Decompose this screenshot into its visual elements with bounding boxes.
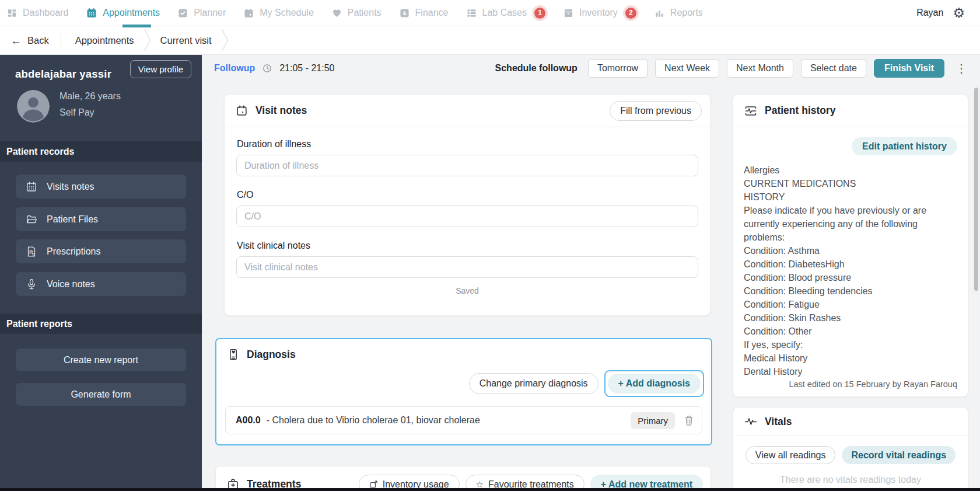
main-content: Followup 21:05 - 21:50 Schedule followup… — [202, 55, 980, 491]
sidebar-item-patient-files[interactable]: Patient Files — [16, 207, 186, 231]
calendar-icon — [26, 181, 37, 193]
nav-inventory[interactable]: Inventory 2 — [564, 8, 636, 19]
patient-reports-header: Patient reports — [0, 314, 202, 334]
svg-text:x: x — [32, 252, 34, 256]
svg-text:$: $ — [402, 10, 406, 16]
avatar — [17, 90, 50, 123]
svg-text:♥: ♥ — [232, 350, 236, 355]
view-profile-button[interactable]: View profile — [130, 60, 191, 78]
top-nav: Dashboard Appointments Planner My Schedu… — [0, 0, 980, 26]
check-square-icon — [178, 8, 188, 18]
vitals-icon — [744, 417, 757, 426]
treatments-card: Treatments Inventory usage ☆ Favourite t… — [215, 466, 711, 491]
back-arrow-icon: ← — [10, 35, 22, 46]
scrollbar-thumb[interactable] — [974, 88, 978, 291]
edit-patient-history-button[interactable]: Edit patient history — [852, 137, 957, 155]
active-tab-underline — [123, 25, 151, 27]
history-line: Allergies — [744, 163, 957, 177]
bar-chart-icon — [654, 8, 664, 18]
visit-type-link[interactable]: Followup — [214, 63, 255, 74]
nav-my-schedule[interactable]: My Schedule — [244, 8, 314, 18]
history-line: Dental History — [744, 365, 957, 378]
nav-appointments[interactable]: Appointments — [86, 8, 160, 18]
nav-label: My Schedule — [260, 8, 314, 18]
gear-icon[interactable]: ⚙ — [953, 6, 965, 20]
divider — [61, 33, 61, 48]
nav-items: Dashboard Appointments Planner My Schedu… — [7, 8, 703, 19]
sidebar-item-prescriptions[interactable]: Rx Prescriptions — [16, 239, 186, 263]
breadcrumb-appointments[interactable]: Appointments — [73, 35, 136, 46]
nav-lab-cases[interactable]: Lab Cases 1 — [467, 8, 546, 19]
nav-patients[interactable]: Patients — [332, 8, 382, 18]
user-menu[interactable]: Rayan — [916, 8, 943, 18]
create-new-report-button[interactable]: Create new report — [16, 349, 186, 371]
nav-dashboard[interactable]: Dashboard — [7, 8, 68, 18]
card-title: Diagnosis — [247, 349, 296, 361]
calendar-dot-icon — [244, 8, 254, 18]
view-all-readings-button[interactable]: View all readings — [746, 446, 836, 464]
inventory-badge: 2 — [625, 8, 636, 19]
history-line: Condition: Blood pressure — [744, 271, 957, 284]
visit-time: 21:05 - 21:50 — [279, 63, 334, 74]
diagnosis-description: - Cholera due to Vibrio cholerae 01, bio… — [267, 415, 480, 426]
nav-reports[interactable]: Reports — [654, 8, 703, 18]
box-icon — [564, 8, 573, 18]
co-input[interactable] — [236, 206, 698, 227]
add-diagnosis-button[interactable]: + Add diagnosis — [608, 374, 701, 394]
sidebar-item-label: Patient Files — [47, 214, 98, 225]
finish-visit-button[interactable]: Finish Visit — [874, 59, 944, 78]
fill-from-previous-button[interactable]: Fill from previous — [610, 101, 702, 121]
visit-notes-icon — [236, 105, 248, 117]
chevron-right-icon — [221, 29, 229, 52]
card-title: Vitals — [765, 416, 792, 428]
clock-icon — [262, 64, 272, 73]
nav-label: Lab Cases — [482, 8, 527, 18]
list-grid-icon — [467, 8, 477, 18]
schedule-select-date-button[interactable]: Select date — [801, 59, 866, 78]
sidebar-item-label: Visits notes — [47, 182, 94, 192]
patient-history-card: Patient history Edit patient history All… — [733, 94, 968, 397]
back-button[interactable]: ← Back — [10, 35, 49, 46]
diagnosis-icon: ♥ — [228, 349, 239, 361]
duration-of-illness-input[interactable] — [236, 155, 698, 176]
card-title: Visit notes — [256, 105, 307, 117]
history-line: Condition: Asthma — [744, 244, 957, 257]
last-edited-note: Last edited on 15 February by Rayan Faro… — [789, 379, 957, 389]
schedule-next-month-button[interactable]: Next Month — [727, 59, 793, 78]
nav-planner[interactable]: Planner — [178, 8, 226, 18]
heart-icon — [332, 8, 342, 18]
co-label: C/O — [237, 190, 698, 200]
saved-status: Saved — [236, 286, 698, 295]
chevron-right-icon — [144, 29, 151, 52]
microphone-icon — [26, 278, 37, 290]
nav-label: Planner — [194, 8, 226, 18]
schedule-tomorrow-button[interactable]: Tomorrow — [588, 59, 648, 78]
schedule-next-week-button[interactable]: Next Week — [655, 59, 719, 78]
breadcrumb: ← Back Appointments Current visit — [0, 26, 980, 55]
generate-form-button[interactable]: Generate form — [16, 383, 186, 406]
vitals-card: Vitals View all readings Record vital re… — [733, 407, 968, 491]
nav-finance[interactable]: $ Finance — [400, 8, 449, 18]
visit-clinical-notes-input[interactable] — [236, 256, 698, 278]
patient-payment-type: Self Pay — [60, 107, 94, 118]
breadcrumb-current-visit[interactable]: Current visit — [158, 35, 214, 46]
history-line: Condition: Skin Rashes — [744, 311, 957, 325]
back-label: Back — [27, 35, 49, 46]
sidebar-item-visits-notes[interactable]: Visits notes — [16, 175, 186, 199]
sidebar-item-label: Prescriptions — [47, 246, 100, 257]
nav-label: Inventory — [579, 8, 618, 18]
patient-history-text: AllergiesCURRENT MEDICATIONSHISTORYPleas… — [733, 155, 968, 378]
more-options-icon[interactable]: ⋮ — [956, 62, 967, 74]
nav-label: Dashboard — [23, 8, 68, 18]
sidebar-item-voice-notes[interactable]: Voice notes — [16, 272, 186, 296]
trash-icon[interactable] — [684, 415, 694, 426]
rx-icon: Rx — [26, 246, 37, 257]
history-line: Condition: DiabetesHigh — [744, 257, 957, 271]
history-line: CURRENT MEDICATIONS — [744, 177, 957, 190]
dollar-square-icon: $ — [400, 8, 410, 18]
change-primary-diagnosis-button[interactable]: Change primary diagnosis — [469, 373, 598, 394]
history-line: Condition: Fatigue — [744, 298, 957, 311]
patient-name: abdelajabar yassir — [15, 68, 111, 81]
record-vital-readings-button[interactable]: Record vital readings — [842, 446, 956, 464]
patient-sidebar: abdelajabar yassir View profile Male, 26… — [0, 55, 202, 491]
